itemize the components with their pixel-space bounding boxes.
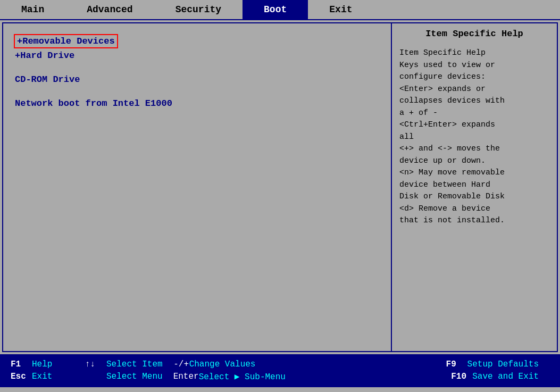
- main-content: +Removable Devices +Hard Drive CD-ROM Dr…: [2, 22, 558, 352]
- sep-minus-plus: -/+: [173, 360, 189, 369]
- arrows-icon: ↑↓: [85, 360, 106, 369]
- label-exit: Exit: [32, 372, 74, 381]
- menu-advanced[interactable]: Advanced: [65, 0, 154, 19]
- boot-item-network[interactable]: Network boot from Intel E1000: [14, 96, 380, 111]
- help-title: Item Specific Help: [399, 29, 549, 39]
- boot-item-hard-drive[interactable]: +Hard Drive: [14, 48, 380, 63]
- key-f10: F10: [451, 372, 472, 381]
- label-setup-defaults: Setup Defaults: [467, 360, 539, 369]
- boot-item-removable[interactable]: +Removable Devices: [14, 34, 118, 48]
- desc-change-values: Change Values: [189, 360, 446, 369]
- status-bar: F1 Help ↑↓ Select Item -/+ Change Values…: [0, 354, 560, 387]
- menu-main[interactable]: Main: [0, 0, 65, 19]
- label-select-menu: Select Menu: [106, 372, 163, 381]
- help-text: Item Specific Help Keys used to view or …: [399, 47, 549, 227]
- key-esc: Esc: [11, 372, 32, 381]
- key-f1: F1: [11, 360, 32, 369]
- label-help: Help: [32, 360, 74, 369]
- label-save-exit: Save and Exit: [472, 372, 539, 381]
- menu-boot[interactable]: Boot: [243, 0, 308, 19]
- left-panel: +Removable Devices +Hard Drive CD-ROM Dr…: [3, 23, 392, 351]
- status-row-1: F1 Help ↑↓ Select Item -/+ Change Values…: [11, 360, 549, 369]
- menu-exit[interactable]: Exit: [308, 0, 373, 19]
- right-panel: Item Specific Help Item Specific Help Ke…: [392, 23, 557, 351]
- status-row-2: Esc Exit Select Menu Enter Select ▶ Sub-…: [11, 371, 549, 382]
- label-select-item: Select Item: [106, 360, 163, 369]
- menu-security[interactable]: Security: [154, 0, 243, 19]
- key-f9: F9: [446, 360, 467, 369]
- sep-enter: Enter: [173, 372, 199, 381]
- menu-bar: Main Advanced Security Boot Exit: [0, 0, 560, 20]
- desc-select-submenu: Select ▶ Sub-Menu: [199, 371, 452, 382]
- boot-item-cdrom[interactable]: CD-ROM Drive: [14, 72, 380, 87]
